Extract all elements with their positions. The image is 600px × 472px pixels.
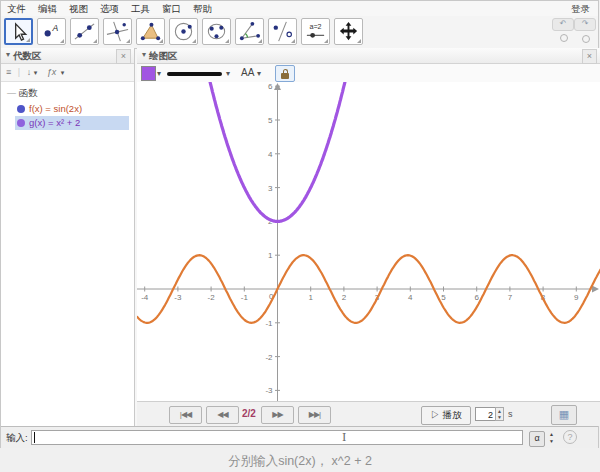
- color-caret-icon[interactable]: ▾: [157, 69, 161, 78]
- play-speed-input[interactable]: 2: [475, 407, 496, 421]
- menu-edit[interactable]: 编辑: [32, 1, 63, 16]
- algebra-item-g[interactable]: g(x) = x² + 2: [15, 116, 129, 130]
- text-size-caret-icon[interactable]: ▾: [257, 69, 261, 78]
- tool-ellipse-button[interactable]: [202, 18, 231, 45]
- graph-canvas: -4-3-2-1123456789-3-2-11234560: [137, 82, 600, 401]
- menu-options[interactable]: 选项: [94, 1, 125, 16]
- tool-perpendicular-line-button[interactable]: [103, 18, 132, 45]
- greek-alpha-button[interactable]: α: [529, 431, 545, 447]
- play-button[interactable]: ▷ 播放: [421, 406, 471, 425]
- visibility-dot-f[interactable]: [17, 105, 25, 113]
- circle-icon: [171, 20, 196, 43]
- tool-circle-button[interactable]: [169, 18, 198, 45]
- tool-line-button[interactable]: [70, 18, 99, 45]
- slider-icon: a=2: [303, 20, 328, 43]
- algebra-header: ▾代数区 ×: [1, 48, 134, 64]
- svg-text:a=2: a=2: [309, 23, 321, 31]
- tool-polygon-button[interactable]: [136, 18, 165, 45]
- svg-text:-3: -3: [174, 293, 182, 302]
- point-icon: A: [39, 20, 64, 43]
- svg-text:5: 5: [268, 116, 273, 125]
- svg-text:-3: -3: [265, 386, 273, 395]
- options-gear-icon[interactable]: [582, 35, 590, 43]
- menu-file[interactable]: 文件: [1, 1, 32, 16]
- command-input[interactable]: I: [31, 430, 523, 445]
- step-counter: 2/2: [242, 408, 256, 419]
- input-label: 输入:: [6, 432, 28, 445]
- nav-first-button[interactable]: |◀◀: [169, 406, 202, 424]
- auxiliary-objects-icon[interactable]: ≡: [6, 67, 11, 77]
- input-help-button[interactable]: ?: [563, 430, 577, 444]
- algebra-close-icon[interactable]: ×: [116, 49, 131, 64]
- protocol-grid-icon: ▦: [559, 408, 569, 420]
- fx-display-icon[interactable]: ƒx: [47, 67, 57, 77]
- algebra-title: 代数区: [13, 50, 42, 63]
- svg-text:3: 3: [268, 184, 273, 193]
- tool-slider-button[interactable]: a=2: [301, 18, 330, 45]
- color-swatch[interactable]: [141, 66, 156, 81]
- svg-text:A: A: [51, 23, 58, 33]
- menu-help[interactable]: 帮助: [187, 1, 218, 16]
- mouse-ibeam-cursor: I: [342, 431, 346, 444]
- input-history-spinner[interactable]: ▲▼: [547, 431, 556, 445]
- down-arrow-icon: ▼: [549, 438, 554, 444]
- algebra-collapse-icon[interactable]: ▾: [6, 50, 10, 59]
- alpha-icon: α: [534, 433, 539, 443]
- graphics-collapse-icon[interactable]: ▾: [142, 50, 146, 59]
- speed-spinner[interactable]: ▲▼: [495, 407, 504, 421]
- nav-last-button[interactable]: ▶▶|: [298, 406, 331, 424]
- caption-text: 分别输入sin(2x)， x^2 + 2: [0, 453, 600, 470]
- polygon-icon: [138, 20, 163, 43]
- line-style-caret-icon[interactable]: ▾: [226, 69, 230, 78]
- text-cursor: [34, 432, 35, 443]
- construction-navbar: |◀◀ ◀◀ 2/2 ▶▶ ▶▶| ▷ 播放 2 ▲▼ s ▦: [137, 401, 600, 426]
- tool-angle-button[interactable]: [235, 18, 264, 45]
- svg-text:2: 2: [342, 293, 347, 302]
- tool-move-button[interactable]: [4, 18, 33, 45]
- nav-next-button[interactable]: ▶▶: [261, 406, 294, 424]
- undo-button[interactable]: ↶: [552, 18, 574, 31]
- construction-protocol-button[interactable]: ▦: [551, 405, 577, 425]
- svg-text:5: 5: [441, 293, 446, 302]
- graphics-stylebar: ▾ ▾ AA ▾: [137, 64, 600, 83]
- graphics-close-icon[interactable]: ×: [582, 49, 597, 64]
- play-triangle-icon: ▷: [430, 409, 440, 420]
- menu-window[interactable]: 窗口: [156, 1, 187, 16]
- spin-down-icon: ▼: [497, 414, 502, 420]
- plot-area[interactable]: -4-3-2-1123456789-3-2-11234560: [137, 82, 600, 401]
- redo-button[interactable]: ↷: [574, 18, 596, 31]
- reflect-about-line-icon: [270, 20, 295, 43]
- move-graphics-view-icon: [336, 20, 361, 43]
- graphics-title: 绘图区: [149, 50, 178, 63]
- svg-text:-1: -1: [241, 293, 249, 302]
- menu-tools[interactable]: 工具: [125, 1, 156, 16]
- main-area: ▾代数区 × ≡ | ↓ ▾ ƒx ▾ — 函数 f(x) = sin(2x): [1, 48, 598, 426]
- help-icon[interactable]: [560, 34, 568, 42]
- svg-text:-2: -2: [265, 353, 273, 362]
- tool-move-view-button[interactable]: [334, 18, 363, 45]
- menubar: 文件编辑视图选项工具窗口帮助 登录: [1, 1, 598, 16]
- svg-text:-2: -2: [208, 293, 216, 302]
- input-bar: 输入: I α ▲▼ ?: [1, 426, 598, 448]
- menu-view[interactable]: 视图: [63, 1, 94, 16]
- nav-prev-button[interactable]: ◀◀: [206, 406, 239, 424]
- visibility-dot-g[interactable]: [17, 119, 25, 127]
- tool-point-button[interactable]: A: [37, 18, 66, 45]
- fx-caret-icon[interactable]: ▾: [61, 69, 65, 77]
- tool-reflect-button[interactable]: [268, 18, 297, 45]
- algebra-item-f[interactable]: f(x) = sin(2x): [15, 102, 129, 116]
- text-size-icon[interactable]: AA: [241, 67, 254, 78]
- line-style-preview[interactable]: [167, 72, 222, 76]
- step-forward-icon: ▶▶: [272, 410, 282, 419]
- speed-unit-label: s: [508, 409, 513, 419]
- sort-objects-icon[interactable]: ↓: [27, 67, 32, 77]
- sort-caret-icon[interactable]: ▾: [34, 69, 38, 77]
- svg-text:6: 6: [474, 293, 479, 302]
- algebra-tree: — 函数 f(x) = sin(2x) g(x) = x² + 2: [1, 83, 134, 130]
- sign-in-link[interactable]: 登录: [571, 3, 590, 16]
- tree-root-functions[interactable]: — 函数: [7, 87, 134, 100]
- svg-text:-4: -4: [141, 293, 149, 302]
- lock-object-button[interactable]: [275, 65, 295, 82]
- svg-text:7: 7: [508, 293, 513, 302]
- skip-to-end-icon: ▶▶|: [309, 410, 320, 419]
